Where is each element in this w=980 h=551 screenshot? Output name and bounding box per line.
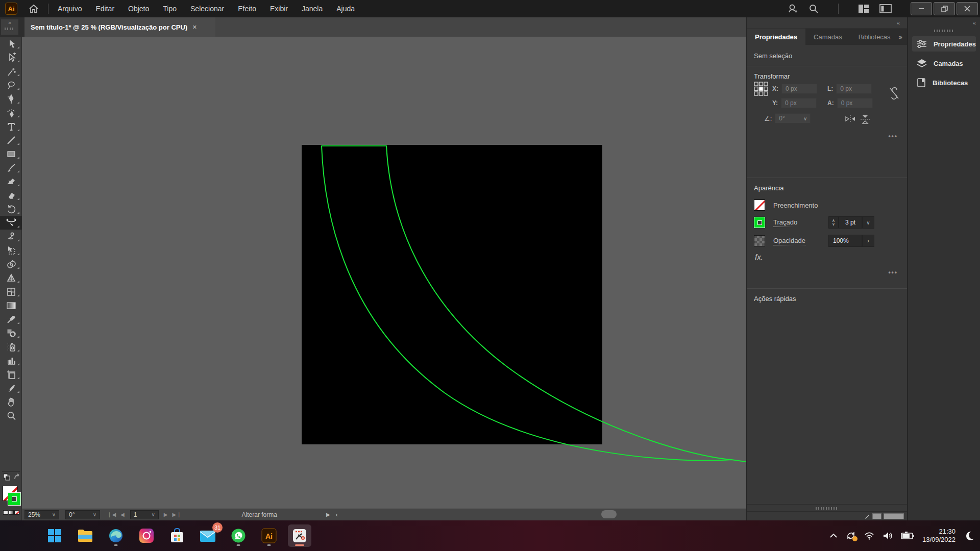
- curvature-tool[interactable]: [0, 106, 22, 119]
- stroke-weight-stepper[interactable]: ∧∨: [828, 216, 839, 229]
- zoom-tool[interactable]: [0, 409, 22, 422]
- menu-arquivo[interactable]: Arquivo: [58, 5, 82, 13]
- stroke-green-swatch[interactable]: [754, 217, 765, 228]
- perspective-grid-tool[interactable]: [0, 271, 22, 285]
- transform-more-options-icon[interactable]: •••: [888, 133, 898, 140]
- search-icon[interactable]: [808, 4, 819, 14]
- close-button[interactable]: [957, 2, 978, 15]
- whatsapp-icon[interactable]: [227, 524, 250, 547]
- flip-vertical-icon[interactable]: [860, 114, 870, 124]
- snipping-tool-icon[interactable]: [288, 524, 311, 547]
- mesh-tool[interactable]: [0, 285, 22, 298]
- microsoft-store-icon[interactable]: [165, 524, 189, 547]
- slice-tool[interactable]: [0, 381, 22, 395]
- fill-none-swatch[interactable]: [754, 199, 765, 211]
- minimize-button[interactable]: [911, 2, 932, 15]
- hidden-icons-chevron[interactable]: [829, 533, 838, 538]
- line-segment-tool[interactable]: [0, 133, 22, 147]
- column-graph-tool[interactable]: [0, 354, 22, 367]
- rotation-dropdown[interactable]: 0° ∨: [775, 113, 811, 123]
- focus-assist-moon-icon[interactable]: [965, 531, 975, 541]
- mail-icon[interactable]: 31: [196, 524, 219, 547]
- battery-icon[interactable]: [901, 532, 914, 540]
- type-tool[interactable]: [0, 119, 22, 133]
- selection-tool[interactable]: [0, 37, 22, 51]
- illustrator-taskbar-icon[interactable]: Ai: [257, 524, 281, 547]
- free-transform-tool[interactable]: [0, 243, 22, 257]
- reference-point-grid-icon[interactable]: [754, 82, 768, 96]
- horizontal-scrollbar-thumb[interactable]: [601, 510, 617, 518]
- stroke-weight-dropdown[interactable]: ∨: [862, 216, 874, 229]
- swap-fill-stroke-icon[interactable]: [13, 473, 20, 481]
- onedrive-sync-icon[interactable]: [846, 531, 856, 540]
- color-mode-button[interactable]: [3, 510, 8, 515]
- arrange-documents-icon[interactable]: [858, 4, 869, 13]
- toolbar-header[interactable]: »: [1, 19, 18, 35]
- artboard-tool[interactable]: [0, 367, 22, 381]
- file-explorer-icon[interactable]: [74, 524, 97, 547]
- flip-horizontal-icon[interactable]: [845, 114, 856, 123]
- edge-browser-icon[interactable]: [104, 524, 128, 547]
- eraser-tool[interactable]: [0, 188, 22, 202]
- stroke-color-swatch-green[interactable]: [8, 492, 21, 506]
- lasso-tool[interactable]: [0, 78, 22, 92]
- tab-camadas[interactable]: Camadas: [805, 29, 850, 45]
- rotation-select[interactable]: 0°∨: [65, 510, 100, 519]
- shaper-tool[interactable]: [0, 174, 22, 188]
- menu-janela[interactable]: Janela: [302, 5, 323, 13]
- opacity-panel-arrow[interactable]: ›: [862, 235, 874, 247]
- artboard-number-select[interactable]: 1∨: [130, 510, 159, 519]
- dock-item-bibliotecas[interactable]: Bibliotecas: [912, 75, 976, 90]
- resize-handle[interactable]: [884, 513, 904, 519]
- symbol-sprayer-tool[interactable]: [0, 340, 22, 354]
- menu-ajuda[interactable]: Ajuda: [336, 5, 355, 13]
- magic-wand-tool[interactable]: [0, 64, 22, 78]
- fill-label[interactable]: Preenchimento: [773, 202, 818, 209]
- previous-artboard-icon[interactable]: ◀: [120, 512, 125, 517]
- dock-collapse-icon[interactable]: «: [973, 20, 976, 26]
- start-button[interactable]: [43, 524, 66, 547]
- pen-tool[interactable]: [0, 92, 22, 106]
- gradient-mode-button[interactable]: [9, 510, 14, 515]
- toolbar-expand-icon[interactable]: »: [8, 20, 11, 26]
- share-user-icon[interactable]: [787, 4, 798, 14]
- dock-grip[interactable]: [934, 30, 954, 32]
- document-tab[interactable]: Sem título-1* @ 25 % (RGB/Visualização p…: [24, 17, 215, 37]
- fx-effects-button[interactable]: fx.: [755, 253, 763, 261]
- volume-icon[interactable]: [883, 531, 893, 540]
- dock-item-propriedades[interactable]: Propriedades: [912, 36, 976, 52]
- menu-editar[interactable]: Editar: [95, 5, 114, 13]
- opacity-value[interactable]: 100%: [828, 235, 862, 247]
- paintbrush-tool[interactable]: [0, 161, 22, 174]
- panel-bottom-grip[interactable]: [747, 504, 907, 511]
- blend-tool[interactable]: [0, 326, 22, 340]
- toolbar-grip[interactable]: [5, 28, 15, 30]
- menu-efeito[interactable]: Efeito: [238, 5, 256, 13]
- canvas-pasteboard[interactable]: [22, 37, 746, 508]
- resize-handle[interactable]: [872, 513, 881, 519]
- tab-propriedades[interactable]: Propriedades: [747, 29, 805, 45]
- status-collapse-icon[interactable]: ‹: [336, 511, 338, 518]
- opacity-swatch[interactable]: [754, 235, 765, 246]
- rectangle-tool[interactable]: [0, 147, 22, 161]
- wifi-icon[interactable]: [864, 532, 874, 540]
- hand-tool[interactable]: [0, 395, 22, 409]
- last-artboard-icon[interactable]: ▶❘: [172, 512, 181, 517]
- stroke-weight-value[interactable]: 3 pt: [839, 216, 862, 229]
- document-tab-close-icon[interactable]: ×: [192, 23, 197, 31]
- direct-selection-tool[interactable]: [0, 51, 22, 64]
- menu-selecionar[interactable]: Selecionar: [190, 5, 224, 13]
- stroke-label[interactable]: Traçado: [773, 218, 797, 227]
- stepper-down-icon[interactable]: ∨: [832, 222, 835, 226]
- shape-builder-tool[interactable]: [0, 257, 22, 271]
- width-tool[interactable]: [0, 216, 22, 230]
- home-icon[interactable]: [29, 4, 39, 13]
- none-mode-button[interactable]: [14, 510, 19, 515]
- instagram-icon[interactable]: [135, 524, 158, 547]
- puppet-warp-tool[interactable]: [0, 230, 22, 243]
- next-artboard-icon[interactable]: ▶: [164, 512, 168, 517]
- link-dimensions-broken-icon[interactable]: [889, 87, 900, 100]
- a-input[interactable]: 0 px: [837, 98, 873, 108]
- appearance-more-options-icon[interactable]: •••: [888, 269, 898, 276]
- gradient-tool[interactable]: [0, 298, 22, 312]
